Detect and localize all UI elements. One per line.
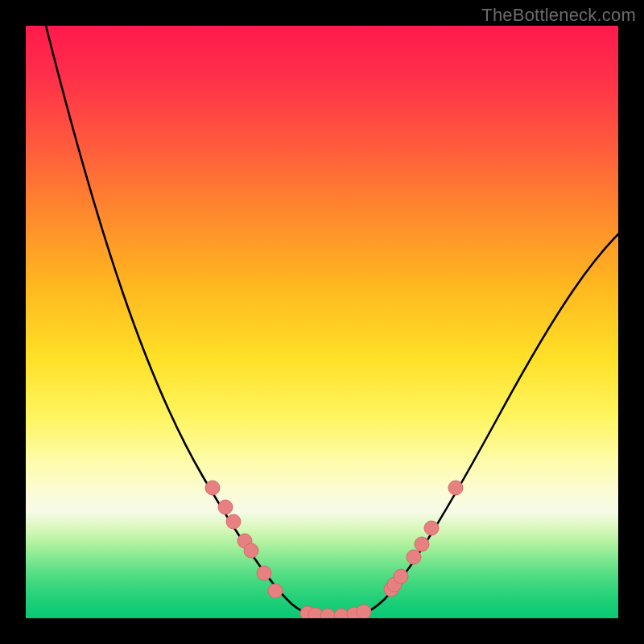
curve-markers <box>205 481 463 618</box>
curve-marker <box>407 550 421 564</box>
curve-marker <box>334 609 349 618</box>
curve-marker <box>218 500 233 514</box>
curve-marker <box>357 605 371 618</box>
curve-marker <box>320 609 335 618</box>
curve-marker <box>415 537 429 551</box>
curve-marker <box>226 514 241 529</box>
curve-marker <box>448 481 463 495</box>
watermark-text: TheBottleneck.com <box>481 5 636 26</box>
curve-marker <box>205 481 220 495</box>
curve-marker <box>244 543 258 558</box>
chart-frame: TheBottleneck.com <box>0 0 644 644</box>
chart-svg <box>26 26 618 618</box>
curve-marker <box>257 566 271 580</box>
curve-marker <box>268 584 283 598</box>
bottleneck-curve <box>42 26 618 617</box>
curve-marker <box>394 569 408 584</box>
curve-marker <box>424 521 439 535</box>
plot-area <box>26 26 618 618</box>
